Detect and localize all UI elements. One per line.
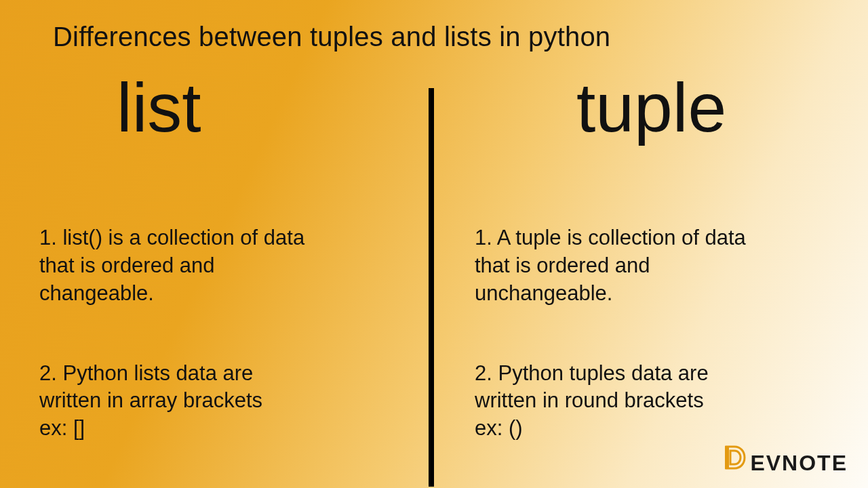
- list-heading: list: [117, 73, 201, 142]
- tuple-points: 1. A tuple is collection of data that is…: [475, 197, 841, 470]
- devnote-logo: EVNOTE: [724, 445, 848, 476]
- list-point-2: 2. Python lists data are written in arra…: [39, 360, 406, 443]
- page-title: Differences between tuples and lists in …: [53, 22, 610, 52]
- list-point-1: 1. list() is a collection of data that i…: [39, 224, 406, 308]
- tuple-heading: tuple: [576, 73, 726, 142]
- list-points: 1. list() is a collection of data that i…: [39, 197, 406, 470]
- tuple-point-1: 1. A tuple is collection of data that is…: [475, 224, 841, 308]
- tuple-point-2: 2. Python tuples data are written in rou…: [475, 360, 841, 443]
- svg-rect-0: [725, 446, 729, 469]
- vertical-divider: [429, 88, 434, 487]
- devnote-logo-text: EVNOTE: [750, 451, 848, 476]
- devnote-logo-icon: [724, 445, 747, 470]
